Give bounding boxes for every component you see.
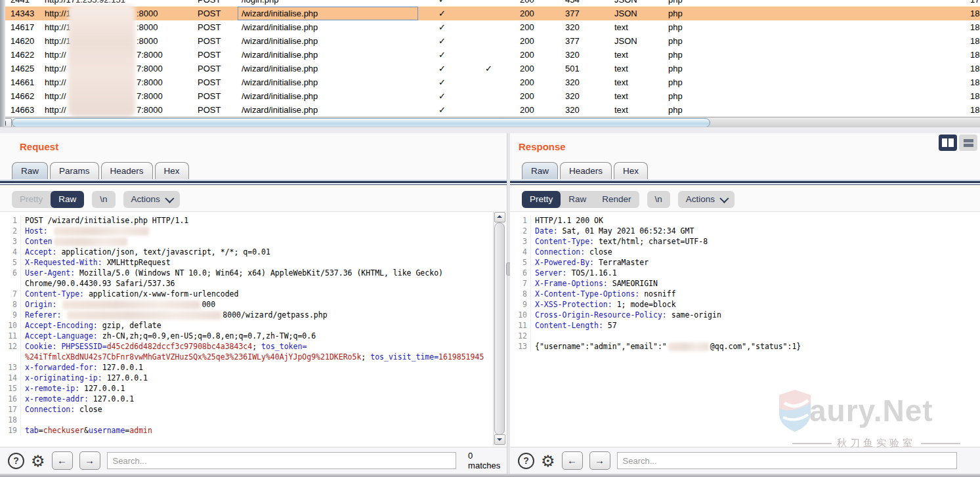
cell-ip: 180 [970, 103, 980, 117]
params-check-icon: ✓ [438, 20, 446, 34]
response-view-render[interactable]: Render [594, 191, 639, 208]
code-token [48, 226, 53, 236]
code-token: zh-CN,zh;q=0.9,en-US;q=0.8,en;q=0.7,zh-T… [98, 331, 316, 341]
cell-length: 320 [565, 48, 580, 62]
table-row[interactable]: 14661http://7:8000POST/wizard/initialise… [5, 75, 980, 89]
newline-toggle-button[interactable]: \n [92, 191, 115, 208]
help-icon[interactable]: ? [518, 453, 534, 469]
cell-request-id: 14663 [11, 103, 34, 117]
cell-ip: 180 [970, 34, 980, 48]
actions-button[interactable]: Actions [123, 191, 180, 208]
cell-host: http://1 [45, 7, 71, 20]
chevron-down-icon [165, 194, 174, 203]
table-row[interactable]: 14622http://7:8000POST/wizard/initialise… [5, 48, 980, 62]
response-tab-raw[interactable]: Raw [522, 162, 558, 179]
cell-request-id: 14617 [11, 20, 34, 34]
request-vertical-scrollbar[interactable] [493, 211, 505, 446]
code-token: gzip, deflate [98, 320, 161, 331]
search-prev-button[interactable]: ← [562, 451, 583, 470]
response-tab-headers[interactable]: Headers [560, 162, 612, 179]
cell-method: POST [198, 75, 221, 89]
code-token: Referer: [25, 310, 61, 320]
cell-length: 320 [565, 20, 580, 34]
request-view-pretty[interactable]: Pretty [12, 191, 51, 208]
cell-method: POST [198, 62, 221, 75]
cell-length: 501 [565, 62, 580, 75]
response-view-raw[interactable]: Raw [561, 191, 594, 208]
cell-method: POST [198, 20, 221, 34]
response-search-input[interactable] [617, 452, 957, 469]
code-token: Cross-Origin-Resource-Policy: [535, 310, 667, 320]
code-line: 6User-Agent: Mozilla/5.0 (Windows NT 10.… [0, 268, 492, 278]
request-tab-headers[interactable]: Headers [101, 162, 153, 179]
newline-toggle-button[interactable]: \n [647, 191, 670, 208]
gear-icon[interactable]: ⚙ [31, 454, 45, 468]
code-token: tab [25, 425, 39, 436]
table-row[interactable]: 14617http://1:8000POST/wizard/initialise… [5, 20, 980, 34]
cell-length: 320 [565, 103, 580, 117]
request-view-raw[interactable]: Raw [51, 191, 84, 208]
line-number [0, 352, 21, 362]
cell-length: 320 [565, 75, 580, 89]
cell-host-suffix: 7:8000 [137, 75, 163, 89]
redacted-blur [668, 342, 709, 351]
request-editor[interactable]: 1POST /wizard/initialise.php HTTP/1.12Ho… [0, 211, 492, 449]
request-tab-hex[interactable]: Hex [155, 162, 189, 179]
cell-status: 200 [520, 0, 534, 7]
code-line: 10Accept-Encoding: gzip, deflate [0, 320, 492, 331]
scroll-up-arrow-icon[interactable] [494, 212, 505, 222]
line-number: 12 [0, 341, 21, 352]
code-token: 000 [202, 299, 215, 310]
line-number: 13 [510, 341, 531, 352]
scroll-down-arrow-icon[interactable] [494, 434, 505, 445]
code-token: 127.0.0.1 [102, 373, 148, 383]
request-search-input[interactable] [107, 452, 457, 469]
code-line: 4Connection: close [510, 247, 980, 257]
table-row[interactable]: 14663http://7:8000POST/wizard/initialise… [5, 103, 980, 117]
response-view-pretty[interactable]: Pretty [522, 191, 561, 208]
search-next-button[interactable]: → [589, 451, 610, 470]
line-number: 7 [510, 278, 531, 289]
table-row[interactable]: 14620http://1:8000POST/wizard/initialise… [5, 34, 980, 48]
line-number: 13 [0, 362, 21, 373]
cell-mime-type: JSON [614, 34, 637, 48]
cell-host-suffix: 7:8000 [137, 103, 163, 117]
cell-ip: 180 [970, 62, 980, 75]
request-title: Request [20, 141, 58, 152]
request-tab-params[interactable]: Params [50, 162, 99, 179]
table-row[interactable]: 14343http://1:8000POST/wizard/initialise… [5, 7, 980, 20]
code-token [56, 341, 61, 352]
request-tabs: RawParamsHeadersHex [12, 162, 189, 180]
search-next-button[interactable]: → [79, 451, 100, 470]
help-icon[interactable]: ? [8, 453, 24, 469]
cell-host: http:// [45, 62, 66, 75]
gear-icon[interactable]: ⚙ [541, 454, 555, 468]
cell-extension: php [668, 75, 683, 89]
cell-mime-type: JSON [614, 7, 637, 20]
scrollbar-thumb[interactable] [494, 222, 505, 435]
table-row[interactable]: 14625http://7:8000POST/wizard/initialise… [5, 62, 980, 75]
layout-columns-button[interactable] [939, 135, 957, 151]
code-token: PHPSESSID= [61, 341, 106, 352]
search-prev-button[interactable]: ← [52, 451, 73, 470]
proxy-history-table[interactable]: 2441http://171.255.92.151POST/login.php✓… [0, 0, 980, 117]
response-tab-hex[interactable]: Hex [614, 162, 648, 179]
match-count: 0 matches [468, 451, 507, 470]
table-row[interactable]: 2441http://171.255.92.151POST/login.php✓… [5, 0, 980, 7]
scrollbar-thumb[interactable] [12, 118, 710, 127]
code-token: SAMEORIGIN [608, 278, 658, 289]
table-row[interactable]: 14662http://7:8000POST/wizard/initialise… [5, 89, 980, 103]
line-number: 12 [510, 331, 531, 341]
request-tab-raw[interactable]: Raw [12, 162, 48, 179]
code-line: 13x-forwarded-for: 127.0.0.1 [0, 362, 492, 373]
table-horizontal-scrollbar[interactable] [0, 117, 980, 127]
code-token: Content-Type: [535, 236, 594, 247]
cell-mime-type: text [614, 89, 628, 103]
actions-button[interactable]: Actions [678, 191, 735, 208]
request-toolbar: PrettyRaw \n Actions [12, 191, 180, 208]
code-token: admin [129, 425, 152, 436]
layout-rows-button[interactable] [959, 135, 977, 151]
tab-underline [510, 180, 980, 185]
response-editor[interactable]: 1HTTP/1.1 200 OK2Date: Sat, 01 May 2021 … [510, 211, 980, 449]
cell-url: /wizard/initialise.php [242, 103, 318, 117]
